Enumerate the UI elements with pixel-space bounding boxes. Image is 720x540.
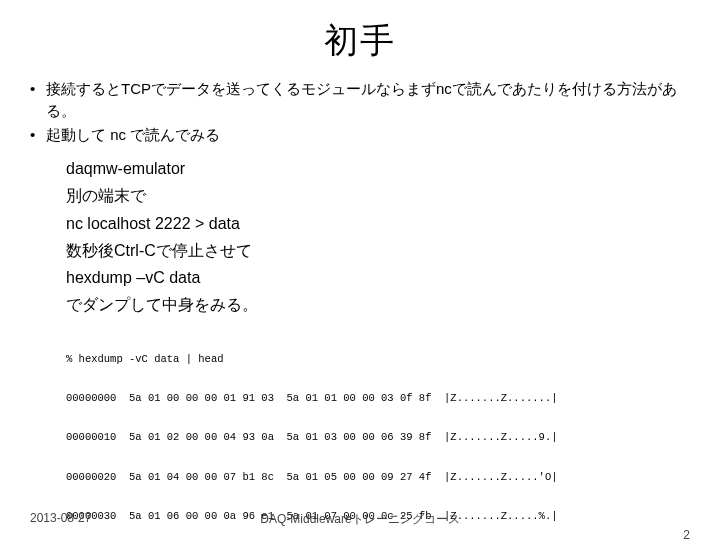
step-line: daqmw-emulator [66, 155, 690, 182]
footer-date: 2013-08-27 [30, 511, 91, 525]
step-line: 数秒後Ctrl-Cで停止させて [66, 237, 690, 264]
hexdump-line: 00000010 5a 01 02 00 00 04 93 0a 5a 01 0… [66, 431, 690, 444]
bullet-text: 接続するとTCPでデータを送ってくるモジュールならまずncで読んであたりを付ける… [46, 78, 690, 122]
slide-title: 初手 [0, 18, 720, 64]
bullet-marker: • [30, 124, 46, 146]
footer-page-number: 2 [683, 528, 690, 540]
bullet-marker: • [30, 78, 46, 122]
bullet-item: • 起動して nc で読んでみる [30, 124, 690, 146]
footer-center: DAQ-Middlewareトレーニングコース [0, 511, 720, 528]
step-line: 別の端末で [66, 182, 690, 209]
slide-footer: 2013-08-27 DAQ-Middlewareトレーニングコース 2 [0, 511, 720, 528]
step-line: hexdump –vC data [66, 264, 690, 291]
hexdump-line: % hexdump -vC data | head [66, 353, 690, 366]
slide-body: • 接続するとTCPでデータを送ってくるモジュールならまずncで読んであたりを付… [30, 78, 690, 540]
step-line: でダンプして中身をみる。 [66, 291, 690, 318]
bullet-item: • 接続するとTCPでデータを送ってくるモジュールならまずncで読んであたりを付… [30, 78, 690, 122]
bullet-text: 起動して nc で読んでみる [46, 124, 690, 146]
hexdump-line: 00000020 5a 01 04 00 00 07 b1 8c 5a 01 0… [66, 471, 690, 484]
hexdump-block: % hexdump -vC data | head 00000000 5a 01… [66, 326, 690, 540]
hexdump-line: 00000000 5a 01 00 00 00 01 91 03 5a 01 0… [66, 392, 690, 405]
steps-block: daqmw-emulator 別の端末で nc localhost 2222 >… [66, 155, 690, 318]
step-line: nc localhost 2222 > data [66, 210, 690, 237]
